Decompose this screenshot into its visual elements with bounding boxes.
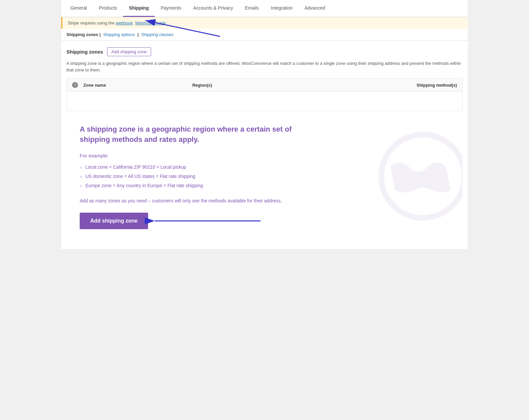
col-method-header: Shipping method(s) xyxy=(353,83,457,88)
nav-tabs: General Products Shipping Payments Accou… xyxy=(61,0,468,17)
tab-products[interactable]: Products xyxy=(93,0,123,17)
tab-payments[interactable]: Payments xyxy=(155,0,187,17)
subnav-separator1: | xyxy=(100,32,102,37)
table-body xyxy=(66,91,463,111)
notice-bar: Stripe requires using the webhook. Webho… xyxy=(61,17,468,29)
table-header: ? Zone name Region(s) Shipping method(s) xyxy=(66,78,463,91)
woocommerce-watermark xyxy=(377,130,463,223)
notice-separator: . xyxy=(133,21,135,25)
tab-integration[interactable]: Integration xyxy=(265,0,299,17)
notice-text: Stripe requires using the xyxy=(68,21,116,25)
col-region-header: Region(s) xyxy=(192,83,348,88)
subnav-shipping-classes[interactable]: Shipping classes xyxy=(141,32,174,37)
tabs-bar: General Products Shipping Payments Accou… xyxy=(61,0,468,17)
col-zone-header: Zone name xyxy=(83,83,187,88)
add-zone-button-wrapper: Add shipping zone xyxy=(80,213,148,229)
section-description: A shipping zone is a geographic region w… xyxy=(66,60,463,73)
tab-advanced[interactable]: Advanced xyxy=(299,0,331,17)
tab-accounts-privacy[interactable]: Accounts & Privacy xyxy=(187,0,239,17)
tab-shipping[interactable]: Shipping xyxy=(123,0,155,17)
section-title: Shipping zones xyxy=(66,49,103,55)
webhook-link[interactable]: webhook xyxy=(116,21,133,25)
arrow-button-annotation xyxy=(148,211,274,231)
webhook-guide-link[interactable]: Webhook Guide xyxy=(135,21,166,25)
add-shipping-zone-button-top[interactable]: Add shipping zone xyxy=(107,47,151,56)
info-panel-title: A shipping zone is a geographic region w… xyxy=(80,124,318,145)
help-icon[interactable]: ? xyxy=(72,82,78,88)
tab-general[interactable]: General xyxy=(64,0,93,17)
add-shipping-zone-button-main[interactable]: Add shipping zone xyxy=(80,213,148,229)
subnav-shipping-options[interactable]: Shipping options xyxy=(103,32,135,37)
sub-navigation: Shipping zones | Shipping options | Ship… xyxy=(61,29,468,41)
info-panel: A shipping zone is a geographic region w… xyxy=(66,111,463,242)
tab-emails[interactable]: Emails xyxy=(239,0,265,17)
section-header: Shipping zones Add shipping zone xyxy=(66,47,463,56)
main-content: Shipping zones Add shipping zone A shipp… xyxy=(61,41,468,249)
subnav-separator2: | xyxy=(138,32,140,37)
subnav-active: Shipping zones xyxy=(66,32,98,37)
